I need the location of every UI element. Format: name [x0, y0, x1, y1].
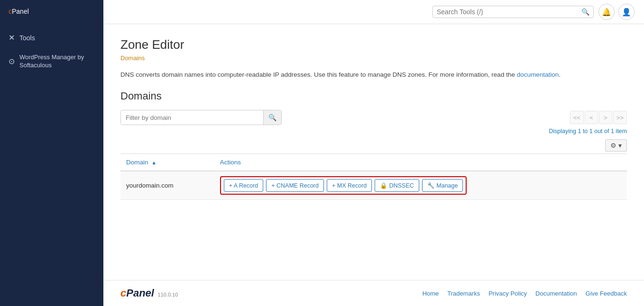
table-body: yourdomain.com + A Record + CNAME Record… — [120, 171, 627, 200]
footer: cPanel 110.0.10 Home Trademarks Privacy … — [103, 280, 644, 306]
footer-version: 110.0.10 — [158, 292, 178, 297]
footer-logo-panel: Panel — [126, 287, 154, 299]
dnssec-button[interactable]: 🔒 DNSSEC — [375, 179, 419, 192]
logo-c: c — [9, 8, 12, 15]
footer-link-privacy[interactable]: Privacy Policy — [488, 290, 527, 297]
sidebar-item-tools-label: Tools — [19, 34, 35, 42]
pagination: << < > >> — [570, 111, 627, 124]
search-icon: 🔍 — [581, 8, 589, 16]
topbar-icons: 🔔 👤 — [598, 4, 635, 20]
pagination-prev[interactable]: < — [585, 111, 598, 124]
description-text: DNS converts domain names into computer-… — [120, 71, 517, 78]
footer-link-documentation[interactable]: Documentation — [535, 290, 577, 297]
sidebar-item-tools[interactable]: ✕ Tools — [0, 28, 103, 47]
filter-input-wrap: 🔍 — [120, 110, 282, 125]
filter-input[interactable] — [121, 111, 263, 125]
col-domain[interactable]: Domain ▲ — [120, 154, 214, 171]
breadcrumb: Domains — [120, 54, 627, 62]
filter-row: 🔍 << < > >> — [120, 110, 627, 125]
section-title: Domains — [120, 90, 627, 102]
domains-table: Domain ▲ Actions yourdomain.com + A Reco… — [120, 153, 627, 200]
pagination-first[interactable]: << — [570, 111, 584, 124]
table-row: yourdomain.com + A Record + CNAME Record… — [120, 171, 627, 200]
pagination-next[interactable]: > — [599, 111, 612, 124]
search-container: 🔍 — [432, 6, 594, 18]
sidebar: cPanel ✕ Tools ⊙ WordPress Manager by So… — [0, 0, 103, 306]
search-input[interactable] — [437, 8, 581, 16]
table-header: Domain ▲ Actions — [120, 154, 627, 171]
description: DNS converts domain names into computer-… — [120, 70, 627, 80]
table-toolbar: ⚙ ▾ — [120, 139, 627, 152]
actions-highlight: + A Record + CNAME Record + MX Record 🔒 … — [220, 176, 467, 195]
page-title: Zone Editor — [120, 37, 627, 52]
sidebar-item-wordpress[interactable]: ⊙ WordPress Manager by Softaculous — [0, 49, 103, 74]
display-info: Displaying 1 to 1 out of 1 item — [120, 128, 627, 135]
notifications-button[interactable]: 🔔 — [598, 4, 615, 20]
tools-icon: ✕ — [9, 33, 15, 42]
documentation-link[interactable]: documentation — [517, 71, 559, 78]
manage-button[interactable]: 🔧 Manage — [422, 179, 463, 192]
main-area: 🔍 🔔 👤 Zone Editor Domains DNS converts d… — [103, 0, 644, 306]
col-actions: Actions — [214, 154, 627, 171]
wordpress-icon: ⊙ — [9, 57, 15, 66]
sidebar-nav: ✕ Tools ⊙ WordPress Manager by Softaculo… — [0, 25, 103, 78]
cname-record-button[interactable]: + CNAME Record — [266, 179, 324, 192]
footer-link-give-feedback[interactable]: Give Feedback — [586, 290, 627, 297]
a-record-button[interactable]: + A Record — [224, 179, 264, 192]
logo-panel: Panel — [12, 8, 29, 15]
sidebar-logo: cPanel — [0, 0, 103, 25]
col-domain-label: Domain — [126, 159, 148, 166]
description-end: . — [559, 71, 561, 78]
footer-link-home[interactable]: Home — [423, 290, 439, 297]
actions-cell: + A Record + CNAME Record + MX Record 🔒 … — [214, 171, 627, 200]
mx-record-button[interactable]: + MX Record — [327, 179, 372, 192]
sort-arrow: ▲ — [151, 160, 156, 165]
content-area: Zone Editor Domains DNS converts domain … — [103, 24, 644, 280]
gear-button[interactable]: ⚙ ▾ — [605, 139, 627, 152]
user-button[interactable]: 👤 — [618, 4, 635, 20]
filter-search-button[interactable]: 🔍 — [263, 110, 281, 125]
sidebar-item-wordpress-label: WordPress Manager by Softaculous — [19, 54, 95, 70]
footer-link-trademarks[interactable]: Trademarks — [447, 290, 480, 297]
footer-logo: cPanel 110.0.10 — [120, 287, 178, 299]
breadcrumb-link[interactable]: Domains — [120, 54, 145, 62]
footer-logo-c: c — [120, 287, 126, 299]
footer-links: Home Trademarks Privacy Policy Documenta… — [423, 290, 627, 297]
topbar: 🔍 🔔 👤 — [103, 0, 644, 24]
pagination-last[interactable]: >> — [613, 111, 627, 124]
domain-cell: yourdomain.com — [120, 171, 214, 200]
